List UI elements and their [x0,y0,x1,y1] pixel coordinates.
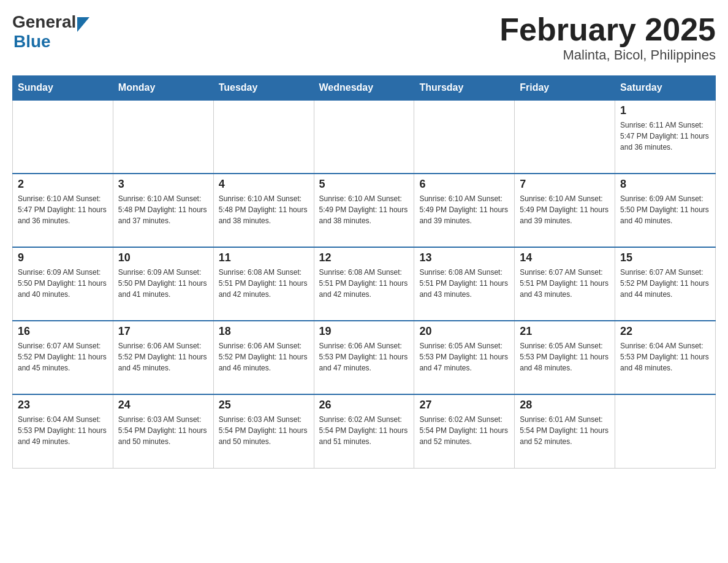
table-row: 5Sunrise: 6:10 AM Sunset: 5:49 PM Daylig… [314,174,414,247]
day-info: Sunrise: 6:06 AM Sunset: 5:52 PM Dayligh… [118,340,208,373]
table-row: 24Sunrise: 6:03 AM Sunset: 5:54 PM Dayli… [113,394,213,468]
table-row: 4Sunrise: 6:10 AM Sunset: 5:48 PM Daylig… [213,174,314,247]
day-info: Sunrise: 6:05 AM Sunset: 5:53 PM Dayligh… [520,340,610,373]
day-info: Sunrise: 6:10 AM Sunset: 5:48 PM Dayligh… [118,193,208,226]
table-row: 18Sunrise: 6:06 AM Sunset: 5:52 PM Dayli… [213,321,314,394]
day-info: Sunrise: 6:09 AM Sunset: 5:50 PM Dayligh… [620,193,710,226]
calendar-header-row: Sunday Monday Tuesday Wednesday Thursday… [13,76,716,101]
day-info: Sunrise: 6:10 AM Sunset: 5:49 PM Dayligh… [520,193,610,226]
svg-marker-0 [77,17,89,32]
day-info: Sunrise: 6:04 AM Sunset: 5:53 PM Dayligh… [620,340,710,373]
table-row: 16Sunrise: 6:07 AM Sunset: 5:52 PM Dayli… [13,321,113,394]
page-header: General Blue February 2025 Malinta, Bico… [12,12,716,63]
calendar-title: February 2025 [499,12,716,47]
calendar-week-row: 1Sunrise: 6:11 AM Sunset: 5:47 PM Daylig… [13,100,716,174]
day-info: Sunrise: 6:07 AM Sunset: 5:52 PM Dayligh… [18,340,108,373]
day-number: 25 [219,399,309,412]
logo-blue-text: Blue [13,32,51,52]
calendar-week-row: 16Sunrise: 6:07 AM Sunset: 5:52 PM Dayli… [13,321,716,394]
calendar-week-row: 2Sunrise: 6:10 AM Sunset: 5:47 PM Daylig… [13,174,716,247]
day-number: 17 [118,325,208,338]
day-info: Sunrise: 6:07 AM Sunset: 5:51 PM Dayligh… [520,267,610,300]
table-row: 27Sunrise: 6:02 AM Sunset: 5:54 PM Dayli… [414,394,515,468]
day-number: 12 [319,251,409,264]
table-row: 22Sunrise: 6:04 AM Sunset: 5:53 PM Dayli… [615,321,716,394]
day-number: 21 [520,325,610,338]
table-row [515,100,615,174]
table-row: 17Sunrise: 6:06 AM Sunset: 5:52 PM Dayli… [113,321,213,394]
table-row: 9Sunrise: 6:09 AM Sunset: 5:50 PM Daylig… [13,247,113,321]
table-row: 8Sunrise: 6:09 AM Sunset: 5:50 PM Daylig… [615,174,716,247]
day-number: 19 [319,325,409,338]
table-row: 10Sunrise: 6:09 AM Sunset: 5:50 PM Dayli… [113,247,213,321]
day-info: Sunrise: 6:10 AM Sunset: 5:49 PM Dayligh… [319,193,409,226]
day-info: Sunrise: 6:09 AM Sunset: 5:50 PM Dayligh… [118,267,208,300]
logo-triangle-icon [77,17,89,32]
day-number: 6 [419,178,509,191]
day-info: Sunrise: 6:11 AM Sunset: 5:47 PM Dayligh… [620,120,710,153]
day-info: Sunrise: 6:08 AM Sunset: 5:51 PM Dayligh… [419,267,509,300]
table-row: 23Sunrise: 6:04 AM Sunset: 5:53 PM Dayli… [13,394,113,468]
day-info: Sunrise: 6:03 AM Sunset: 5:54 PM Dayligh… [118,414,208,447]
day-info: Sunrise: 6:02 AM Sunset: 5:54 PM Dayligh… [419,414,509,447]
day-info: Sunrise: 6:09 AM Sunset: 5:50 PM Dayligh… [18,267,108,300]
table-row: 28Sunrise: 6:01 AM Sunset: 5:54 PM Dayli… [515,394,615,468]
table-row: 3Sunrise: 6:10 AM Sunset: 5:48 PM Daylig… [113,174,213,247]
table-row: 25Sunrise: 6:03 AM Sunset: 5:54 PM Dayli… [213,394,314,468]
day-number: 24 [118,399,208,412]
day-info: Sunrise: 6:02 AM Sunset: 5:54 PM Dayligh… [319,414,409,447]
table-row: 1Sunrise: 6:11 AM Sunset: 5:47 PM Daylig… [615,100,716,174]
calendar-week-row: 23Sunrise: 6:04 AM Sunset: 5:53 PM Dayli… [13,394,716,468]
day-info: Sunrise: 6:01 AM Sunset: 5:54 PM Dayligh… [520,414,610,447]
day-number: 5 [319,178,409,191]
header-monday: Monday [113,76,213,101]
day-number: 22 [620,325,710,338]
logo: General Blue [12,12,89,52]
day-info: Sunrise: 6:08 AM Sunset: 5:51 PM Dayligh… [219,267,309,300]
table-row: 11Sunrise: 6:08 AM Sunset: 5:51 PM Dayli… [213,247,314,321]
header-saturday: Saturday [615,76,716,101]
header-wednesday: Wednesday [314,76,414,101]
table-row: 20Sunrise: 6:05 AM Sunset: 5:53 PM Dayli… [414,321,515,394]
table-row [213,100,314,174]
header-sunday: Sunday [13,76,113,101]
calendar-week-row: 9Sunrise: 6:09 AM Sunset: 5:50 PM Daylig… [13,247,716,321]
day-info: Sunrise: 6:10 AM Sunset: 5:49 PM Dayligh… [419,193,509,226]
table-row: 6Sunrise: 6:10 AM Sunset: 5:49 PM Daylig… [414,174,515,247]
logo-general-text: General [12,12,76,32]
day-number: 16 [18,325,108,338]
header-tuesday: Tuesday [213,76,314,101]
header-friday: Friday [515,76,615,101]
day-info: Sunrise: 6:06 AM Sunset: 5:53 PM Dayligh… [319,340,409,373]
table-row: 2Sunrise: 6:10 AM Sunset: 5:47 PM Daylig… [13,174,113,247]
table-row: 19Sunrise: 6:06 AM Sunset: 5:53 PM Dayli… [314,321,414,394]
day-number: 1 [620,104,710,117]
day-number: 2 [18,178,108,191]
day-number: 13 [419,251,509,264]
table-row: 14Sunrise: 6:07 AM Sunset: 5:51 PM Dayli… [515,247,615,321]
day-number: 20 [419,325,509,338]
table-row: 12Sunrise: 6:08 AM Sunset: 5:51 PM Dayli… [314,247,414,321]
calendar-table: Sunday Monday Tuesday Wednesday Thursday… [12,75,716,469]
table-row [13,100,113,174]
table-row: 21Sunrise: 6:05 AM Sunset: 5:53 PM Dayli… [515,321,615,394]
day-info: Sunrise: 6:05 AM Sunset: 5:53 PM Dayligh… [419,340,509,373]
day-number: 4 [219,178,309,191]
table-row: 7Sunrise: 6:10 AM Sunset: 5:49 PM Daylig… [515,174,615,247]
day-number: 8 [620,178,710,191]
day-number: 26 [319,399,409,412]
day-number: 28 [520,399,610,412]
day-number: 9 [18,251,108,264]
day-number: 3 [118,178,208,191]
day-info: Sunrise: 6:04 AM Sunset: 5:53 PM Dayligh… [18,414,108,447]
day-number: 15 [620,251,710,264]
day-number: 23 [18,399,108,412]
table-row: 26Sunrise: 6:02 AM Sunset: 5:54 PM Dayli… [314,394,414,468]
day-info: Sunrise: 6:08 AM Sunset: 5:51 PM Dayligh… [319,267,409,300]
calendar-subtitle: Malinta, Bicol, Philippines [499,47,716,63]
day-info: Sunrise: 6:03 AM Sunset: 5:54 PM Dayligh… [219,414,309,447]
day-number: 7 [520,178,610,191]
day-info: Sunrise: 6:10 AM Sunset: 5:47 PM Dayligh… [18,193,108,226]
table-row: 15Sunrise: 6:07 AM Sunset: 5:52 PM Dayli… [615,247,716,321]
day-info: Sunrise: 6:06 AM Sunset: 5:52 PM Dayligh… [219,340,309,373]
